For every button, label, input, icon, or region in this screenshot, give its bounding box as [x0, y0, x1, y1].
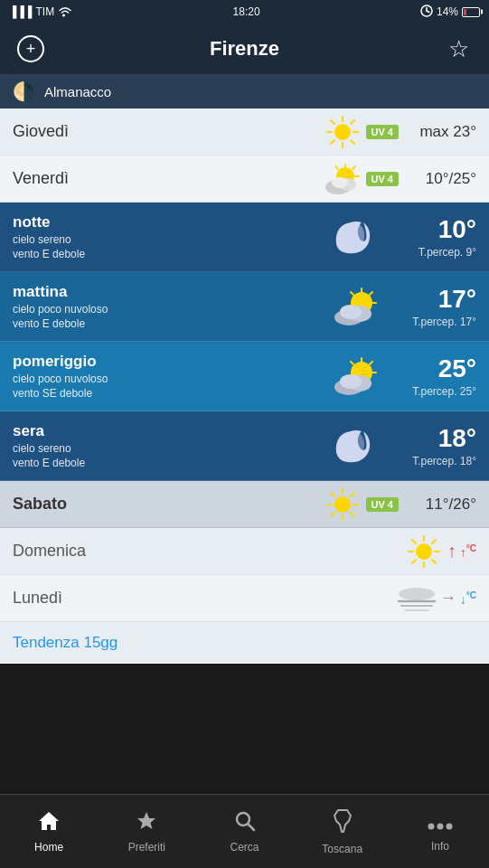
region-icon [331, 808, 354, 839]
temp-down-label: ↓°C [460, 590, 476, 607]
status-bar: ▐▐▐ TIM 18:20 14% [0, 0, 489, 24]
svg-point-54 [399, 588, 435, 600]
star-icon: ☆ [448, 35, 469, 63]
forecast-lunedi[interactable]: Lunedì → ↓°C [0, 575, 489, 622]
tab-info[interactable]: Info [391, 795, 489, 868]
tab-toscana[interactable]: Toscana [294, 795, 391, 868]
svg-line-8 [331, 120, 334, 124]
sera-period: sera [13, 422, 323, 440]
svg-line-14 [353, 166, 355, 169]
battery-label: 14% [437, 5, 458, 18]
tab-toscana-label: Toscana [322, 843, 362, 855]
mattina-temp-value: 17° [386, 285, 476, 314]
pomeriggio-temp: 25° T.percep. 25° [386, 354, 476, 398]
tendenza-row[interactable]: Tendenza 15gg [0, 622, 489, 664]
signal-bars: ▐▐▐ [9, 5, 33, 18]
app-header: Firenze ☆ [0, 24, 489, 74]
search-icon [234, 810, 256, 837]
mattina-perceived: T.percep. 17° [386, 316, 476, 328]
day-sabato: Sabato [13, 495, 319, 514]
icon-giovedi [319, 115, 366, 149]
location-button[interactable] [14, 33, 47, 65]
svg-line-50 [412, 540, 416, 543]
sera-icon [323, 424, 386, 467]
svg-point-19 [332, 177, 348, 188]
forecast-giovedi[interactable]: Giovedì UV 4 max 23° [0, 108, 489, 156]
pomeriggio-icon [323, 354, 386, 398]
notte-perceived: T.percep. 9° [386, 246, 476, 259]
svg-point-3 [334, 124, 351, 140]
detail-notte[interactable]: notte cielo sereno vento E debole 10° T.… [0, 203, 489, 272]
uv-venerdi: UV 4 [366, 172, 399, 186]
almanacco-bar[interactable]: 🌗 Almanacco [0, 74, 489, 108]
uv-giovedi: UV 4 [366, 125, 399, 139]
forecast-domenica[interactable]: Domenica ↑ ↑°C [0, 528, 489, 575]
status-time: 18:20 [233, 5, 260, 18]
carrier-label: TIM [36, 5, 55, 18]
notte-desc1: cielo sereno [13, 233, 323, 246]
icon-sabato [319, 487, 366, 522]
svg-line-9 [351, 140, 354, 144]
dots-icon [428, 811, 453, 836]
trend-lunedi: → ↓°C [440, 589, 476, 608]
status-right: 14% [420, 5, 480, 20]
svg-line-41 [331, 493, 334, 496]
svg-marker-59 [137, 812, 155, 829]
svg-point-45 [416, 543, 432, 560]
favorite-button[interactable]: ☆ [442, 33, 475, 65]
notte-info: notte cielo sereno vento E debole [13, 213, 323, 260]
svg-line-22 [370, 292, 372, 295]
svg-line-11 [331, 140, 334, 144]
icon-venerdi [319, 163, 366, 195]
tendenza-link[interactable]: Tendenza 15gg [13, 634, 118, 652]
notte-period: notte [13, 213, 323, 231]
tab-home-label: Home [34, 841, 63, 854]
home-icon [37, 810, 61, 837]
icon-domenica [400, 534, 447, 569]
pomeriggio-desc2: vento SE debole [13, 387, 323, 400]
svg-line-42 [351, 513, 354, 516]
tab-cerca[interactable]: Cerca [195, 795, 293, 868]
pomeriggio-temp-value: 25° [386, 354, 476, 383]
forecast-venerdi[interactable]: Venerdì UV 4 10°/25° [0, 156, 489, 203]
uv-sabato: UV 4 [366, 497, 399, 512]
almanacco-label: Almanacco [44, 84, 111, 99]
tab-preferiti[interactable]: Preferiti [98, 795, 195, 868]
tab-home[interactable]: Home [0, 795, 98, 868]
forecast-sabato[interactable]: Sabato UV 4 11°/26° [0, 481, 489, 528]
crosshair-icon [17, 35, 44, 62]
moon-phase-icon: 🌗 [13, 80, 35, 102]
svg-line-30 [370, 362, 372, 364]
arrow-up-icon: ↑ [447, 541, 456, 561]
svg-line-52 [432, 540, 436, 543]
mattina-desc2: vento E debole [13, 317, 323, 330]
trend-domenica: ↑ ↑°C [447, 541, 476, 561]
svg-point-36 [334, 496, 351, 513]
temp-up-label: ↑°C [460, 543, 476, 560]
notte-temp-value: 10° [386, 215, 476, 244]
temp-sabato: 11°/26° [404, 495, 476, 514]
svg-line-43 [351, 493, 354, 496]
status-left: ▐▐▐ TIM [9, 5, 72, 20]
sera-temp-value: 18° [386, 424, 476, 453]
notte-desc2: vento E debole [13, 248, 323, 260]
svg-point-27 [340, 305, 362, 319]
tab-info-label: Info [431, 840, 449, 853]
detail-mattina[interactable]: mattina cielo poco nuvoloso vento E debo… [0, 272, 489, 342]
battery-icon [462, 7, 480, 17]
detail-pomeriggio[interactable]: pomeriggio cielo poco nuvoloso vento SE … [0, 342, 489, 411]
sera-temp: 18° T.percep. 18° [386, 424, 476, 467]
mattina-info: mattina cielo poco nuvoloso vento E debo… [13, 283, 323, 330]
svg-line-24 [351, 292, 353, 295]
day-domenica: Domenica [13, 542, 400, 561]
tab-cerca-label: Cerca [230, 841, 259, 854]
svg-line-10 [351, 120, 354, 124]
temp-giovedi: max 23° [404, 123, 476, 141]
svg-point-63 [437, 823, 443, 829]
sera-desc1: cielo sereno [13, 442, 323, 455]
detail-sera[interactable]: sera cielo sereno vento E debole 18° T.p… [0, 411, 489, 481]
mattina-icon [323, 285, 386, 328]
mattina-temp: 17° T.percep. 17° [386, 285, 476, 328]
pomeriggio-perceived: T.percep. 25° [386, 385, 476, 398]
sera-info: sera cielo sereno vento E debole [13, 422, 323, 469]
